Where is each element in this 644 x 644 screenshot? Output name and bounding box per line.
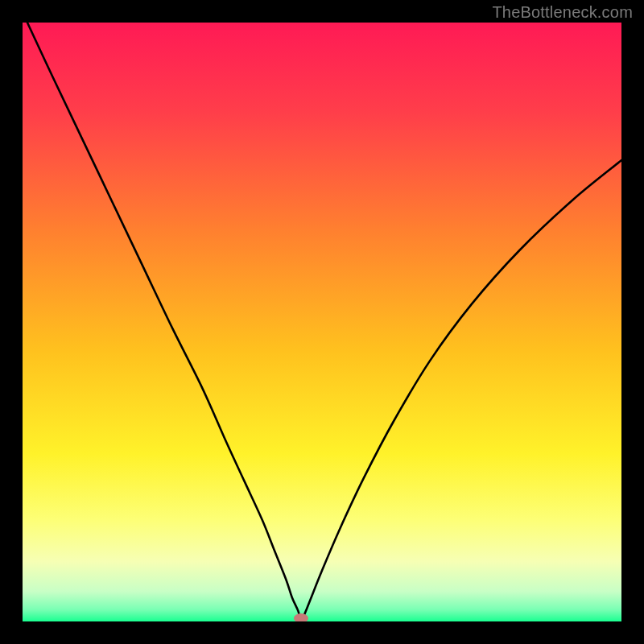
watermark-text: TheBottleneck.com — [492, 3, 633, 22]
gradient-background — [23, 23, 621, 621]
chart-svg — [23, 23, 621, 621]
chart-frame: TheBottleneck.com — [0, 0, 644, 644]
plot-area — [23, 23, 621, 621]
